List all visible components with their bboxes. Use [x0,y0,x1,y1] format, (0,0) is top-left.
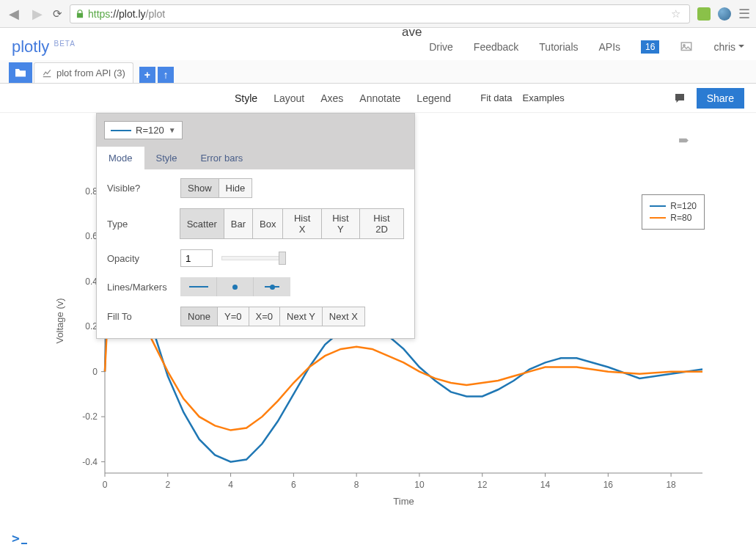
legend-item-r120[interactable]: R=120 [650,201,697,211]
svg-text:6: 6 [291,480,296,490]
opacity-input[interactable] [180,249,213,267]
menu-axes[interactable]: Axes [320,92,343,104]
fillto-label: Fill To [107,311,180,322]
image-icon[interactable] [680,40,693,54]
svg-text:8: 8 [354,480,359,490]
type-box-button[interactable]: Box [252,208,283,239]
reload-button[interactable]: ⟳ [53,7,62,21]
lock-icon [75,9,85,19]
nav-apis[interactable]: APIs [599,41,621,53]
type-histx-button[interactable]: Hist X [282,208,321,239]
panel-tabs: Mode Style Error bars [97,147,414,169]
extension-icon[interactable] [697,7,711,21]
console-prompt[interactable]: > [12,530,27,546]
svg-text:10: 10 [414,480,425,490]
logo[interactable]: plotly BETA [12,37,76,56]
new-tab-button[interactable]: + [139,67,155,83]
svg-text:16: 16 [603,480,614,490]
marker-points-only[interactable] [217,277,254,296]
type-label: Type [107,219,180,230]
fill-nextx-button[interactable]: Next X [322,307,365,326]
paint-icon[interactable] [141,92,154,105]
svg-text:-0.4: -0.4 [82,457,98,467]
toolbar-menu: Style Layout Axes Annotate Legend [235,92,451,104]
tab-mode[interactable]: Mode [97,147,144,169]
svg-text:4: 4 [228,480,233,490]
menu-fit-data[interactable]: Fit data [480,92,512,103]
svg-text:2: 2 [165,480,170,490]
menu-annotate[interactable]: Annotate [359,92,400,104]
nav-drive[interactable]: Drive [429,41,453,53]
comment-icon[interactable] [673,92,686,105]
tab-errorbars[interactable]: Error bars [188,147,254,169]
visible-label: Visible? [107,183,180,194]
fill-none-button[interactable]: None [180,307,218,326]
share-button[interactable]: Share [697,88,744,109]
nav-feedback[interactable]: Feedback [474,41,518,53]
svg-text:Voltage (v): Voltage (v) [54,298,65,343]
marker-lines-points[interactable] [254,277,290,296]
list-icon[interactable] [696,134,708,147]
folder-icon [14,67,27,78]
type-hist2d-button[interactable]: Hist 2D [359,208,404,239]
fill-x0-button[interactable]: X=0 [249,307,281,326]
nav-tutorials[interactable]: Tutorials [539,41,578,53]
fill-nexty-button[interactable]: Next Y [279,307,323,326]
legend[interactable]: R=120 R=80 [642,194,705,230]
svg-text:-0.2: -0.2 [82,411,98,422]
svg-text:0: 0 [103,480,108,490]
marker-lines-only[interactable] [180,277,217,296]
upload-button[interactable]: ↑ [158,67,174,83]
svg-rect-7 [633,136,642,145]
fill-y0-button[interactable]: Y=0 [217,307,249,326]
style-panel: R=120 ▼ Mode Style Error bars Visible? S… [96,113,415,339]
notification-badge[interactable]: 16 [641,40,659,54]
menu-style[interactable]: Style [235,92,257,104]
line-chart-icon[interactable] [12,92,25,105]
autoscale-icon[interactable] [646,134,658,147]
bookmark-star-icon[interactable]: ☆ [671,7,680,21]
menu-layout[interactable]: Layout [274,92,304,104]
chart-line-icon [42,68,52,78]
browser-menu-icon[interactable]: ☰ [738,6,750,22]
type-scatter-button[interactable]: Scatter [180,208,224,239]
visible-show-button[interactable]: Show [180,178,219,198]
download-icon[interactable] [107,92,120,105]
opacity-label: Opacity [107,253,180,264]
redo-icon[interactable] [195,92,208,105]
tag-icon[interactable] [678,134,690,147]
app-header: plotly BETA Drive Feedback Tutorials API… [0,28,756,60]
type-bar-button[interactable]: Bar [224,208,253,239]
back-button[interactable]: ◀ [6,6,22,22]
zoom-in-icon[interactable] [617,134,629,147]
grid-icon[interactable] [32,92,45,105]
chart-toolbar [567,134,708,147]
chart-title-partial: ave [402,25,422,40]
file-tab[interactable]: plot from API (3) [34,62,133,83]
user-menu[interactable]: chris [713,41,744,53]
pan-icon[interactable] [585,134,598,147]
folder-button[interactable] [9,62,32,83]
opacity-slider[interactable] [221,252,286,265]
tab-row: plot from API (3) + ↑ [0,60,756,84]
zoom-out-icon[interactable] [631,134,644,147]
visible-hide-button[interactable]: Hide [219,178,253,198]
file-tab-label: plot from API (3) [56,67,125,78]
undo-icon[interactable] [175,92,188,105]
url-bar[interactable]: https://plot.ly/plot ☆ [70,4,690,23]
copy-icon[interactable] [87,92,100,105]
type-histy-button[interactable]: Hist Y [321,208,360,239]
svg-rect-2 [34,93,44,103]
svg-point-5 [569,136,576,143]
tab-style[interactable]: Style [144,147,189,169]
menu-examples[interactable]: Examples [523,92,565,103]
legend-item-r80[interactable]: R=80 [650,213,697,223]
trace-selector[interactable]: R=120 ▼ [104,121,183,139]
browser-chrome: ◀ ▶ ⟳ https://plot.ly/plot ☆ ☰ [0,0,756,28]
menu-legend[interactable]: Legend [416,92,451,104]
forward-button[interactable]: ▶ [29,6,45,22]
save-icon[interactable] [66,92,79,105]
extension-earth-icon[interactable] [718,7,731,21]
zoom-icon[interactable] [567,134,579,147]
lines-markers-label: Lines/Markers [107,282,180,293]
